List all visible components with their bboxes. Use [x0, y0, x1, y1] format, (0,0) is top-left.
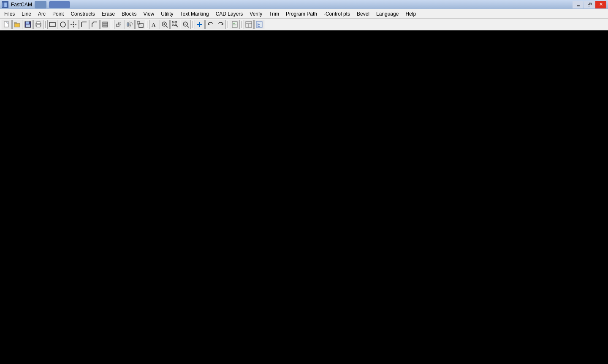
- window-controls[interactable]: 🗕 🗗 ✕: [573, 1, 606, 8]
- svg-rect-8: [26, 22, 29, 24]
- redo-button[interactable]: [216, 20, 226, 29]
- separator-5: [228, 21, 228, 28]
- menu-point[interactable]: Point: [49, 10, 67, 18]
- svg-rect-29: [137, 22, 140, 24]
- svg-rect-0: [3, 3, 3, 7]
- menu-program-path[interactable]: Program Path: [282, 10, 320, 18]
- svg-point-14: [60, 22, 65, 27]
- maximize-button[interactable]: 🗗: [584, 1, 595, 8]
- report-button[interactable]: [230, 20, 240, 29]
- svg-point-15: [73, 24, 74, 25]
- rect-icon: [49, 21, 56, 28]
- menu-text-marking[interactable]: Text Marking: [177, 10, 212, 18]
- new-icon: [3, 21, 10, 28]
- rect-button[interactable]: [47, 20, 57, 29]
- undo-icon: [207, 21, 214, 28]
- undo-button[interactable]: [205, 20, 215, 29]
- zoom-out-button[interactable]: [181, 20, 191, 29]
- title-bar: FastCAM 🗕 🗗 ✕: [0, 0, 608, 9]
- svg-rect-2: [5, 3, 6, 7]
- report-icon: [231, 21, 238, 28]
- svg-rect-9: [26, 24, 30, 27]
- menu-view[interactable]: View: [140, 10, 157, 18]
- scale-button[interactable]: [135, 20, 145, 29]
- circle-button[interactable]: [58, 20, 68, 29]
- new-button[interactable]: [2, 20, 12, 29]
- redo-icon: [217, 21, 224, 28]
- svg-rect-4: [4, 22, 8, 27]
- svg-rect-3: [6, 3, 7, 7]
- svg-line-41: [187, 26, 189, 27]
- menu-bar: Files Line Arc Point Constructs Erase Bl…: [0, 9, 608, 19]
- svg-line-34: [166, 26, 168, 27]
- svg-marker-28: [130, 23, 132, 26]
- menu-bevel[interactable]: Bevel: [353, 10, 373, 18]
- minimize-button[interactable]: 🗕: [573, 1, 584, 8]
- mirror-icon: [126, 21, 133, 28]
- print-icon: [35, 21, 42, 28]
- menu-trim[interactable]: Trim: [266, 10, 282, 18]
- svg-rect-23: [117, 24, 119, 27]
- plus-icon: [196, 21, 203, 28]
- separator-3: [147, 21, 147, 28]
- menu-erase[interactable]: Erase: [98, 10, 118, 18]
- menu-utility[interactable]: Utility: [157, 10, 176, 18]
- app-title: FastCAM: [11, 2, 32, 8]
- fillet-icon: [81, 21, 87, 28]
- title-bar-left: FastCAM: [2, 1, 70, 8]
- user-avatar: [35, 1, 46, 8]
- add-button[interactable]: [195, 20, 205, 29]
- svg-point-38: [173, 22, 176, 25]
- svg-line-31: [140, 24, 143, 27]
- svg-rect-13: [49, 22, 55, 27]
- info-icon: [256, 21, 263, 28]
- close-button[interactable]: ✕: [595, 1, 606, 8]
- menu-control-pts[interactable]: -Control pts: [320, 10, 353, 18]
- info-button[interactable]: [254, 20, 264, 29]
- svg-rect-1: [4, 3, 5, 7]
- save-button[interactable]: [23, 20, 33, 29]
- svg-rect-12: [37, 25, 40, 27]
- menu-cad-layers[interactable]: CAD Layers: [212, 10, 247, 18]
- zoom-in-icon: [161, 21, 168, 28]
- open-button[interactable]: [12, 20, 22, 29]
- zoom-in-button[interactable]: [160, 20, 170, 29]
- separator-1: [45, 21, 46, 28]
- text-button[interactable]: A: [149, 20, 159, 29]
- svg-rect-24: [118, 22, 121, 25]
- menu-files[interactable]: Files: [1, 10, 18, 18]
- svg-rect-11: [37, 22, 40, 24]
- open-icon: [14, 21, 21, 28]
- fillet-button[interactable]: [79, 20, 89, 29]
- menu-arc[interactable]: Arc: [35, 10, 49, 18]
- svg-rect-47: [233, 24, 236, 24]
- menu-line[interactable]: Line: [18, 10, 35, 18]
- menu-constructs[interactable]: Constructs: [67, 10, 98, 18]
- print-button[interactable]: [33, 20, 43, 29]
- layout-button[interactable]: [244, 20, 254, 29]
- svg-rect-48: [233, 25, 236, 25]
- menu-help[interactable]: Help: [402, 10, 419, 18]
- move-button[interactable]: [114, 20, 124, 29]
- svg-rect-6: [14, 22, 16, 24]
- svg-text:A: A: [152, 22, 156, 28]
- fill-button[interactable]: [100, 20, 110, 29]
- zoom-window-button[interactable]: [170, 20, 180, 29]
- point-tool-icon: [70, 21, 77, 28]
- mirror-button[interactable]: [125, 20, 135, 29]
- menu-blocks[interactable]: Blocks: [118, 10, 140, 18]
- chamfer-button[interactable]: [90, 20, 100, 29]
- menu-language[interactable]: Language: [373, 10, 402, 18]
- chamfer-icon: [91, 21, 98, 28]
- point-button[interactable]: [68, 20, 79, 29]
- zoom-out-icon: [182, 21, 189, 28]
- circle-icon: [60, 21, 66, 28]
- main-canvas[interactable]: [0, 30, 608, 364]
- zoom-window-icon: [172, 21, 179, 28]
- move-icon: [116, 21, 122, 28]
- layout-icon: [245, 21, 252, 28]
- menu-verify[interactable]: Verify: [246, 10, 266, 18]
- separator-2: [112, 21, 112, 28]
- title-extra: [49, 1, 70, 8]
- text-icon: A: [151, 21, 157, 28]
